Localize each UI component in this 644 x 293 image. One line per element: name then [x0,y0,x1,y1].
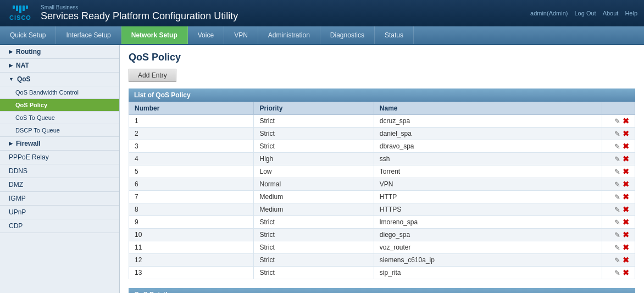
cell-number: 13 [129,267,254,279]
nav-vpn[interactable]: VPN [224,26,258,44]
delete-icon[interactable]: ✖ [623,218,629,226]
table-row: 2Strictdaniel_spa✎✖ [129,128,635,140]
edit-icon[interactable]: ✎ [614,117,620,125]
edit-icon[interactable]: ✎ [614,155,620,163]
table-row: 3Strictdbravo_spa✎✖ [129,140,635,153]
sidebar-item-qos-bandwidth[interactable]: QoS Bandwidth Control [0,86,119,99]
table-row: 6NormalVPN✎✖ [129,178,635,191]
list-section-title: List of QoS Policy [129,89,635,102]
sidebar-item-firewall[interactable]: ▶ Firewall [0,137,119,151]
delete-icon[interactable]: ✖ [623,180,629,189]
cell-priority: Normal [254,178,374,191]
sidebar-item-cdp[interactable]: CDP [0,219,119,233]
sidebar-item-upnp[interactable]: UPnP [0,206,119,219]
sidebar-item-igmp[interactable]: IGMP [0,192,119,206]
edit-icon[interactable]: ✎ [614,142,620,151]
cell-actions: ✎✖ [602,229,635,241]
table-row: 11Strictvoz_router✎✖ [129,241,635,254]
cell-number: 12 [129,254,254,267]
sidebar-item-ddns[interactable]: DDNS [0,164,119,178]
delete-icon[interactable]: ✖ [623,142,629,151]
header: CISCO Small Business Services Ready Plat… [0,0,644,26]
edit-icon[interactable]: ✎ [614,130,620,138]
sidebar-item-dmz[interactable]: DMZ [0,178,119,192]
add-entry-button[interactable]: Add Entry [129,69,176,82]
sidebar-label-qos: QoS [17,75,31,83]
user-label: admin(Admin) [530,10,568,16]
delete-icon[interactable]: ✖ [623,205,629,214]
cell-number: 6 [129,178,254,191]
table-row: 13Strictsip_rita✎✖ [129,267,635,279]
sidebar-label-ddns: DDNS [9,167,27,175]
logout-link[interactable]: Log Out [574,10,596,16]
table-row: 4Highssh✎✖ [129,153,635,165]
edit-icon[interactable]: ✎ [614,256,620,264]
triangle-icon: ▶ [9,63,13,68]
sidebar-label-cdp: CDP [9,222,23,230]
sidebar-label-cos-to-queue: CoS To Queue [15,114,55,121]
cell-name: voz_router [374,241,602,254]
cell-actions: ✎✖ [602,191,635,203]
cell-name: dcruz_spa [374,115,602,128]
col-name: Name [374,102,602,115]
cell-name: ssh [374,153,602,165]
edit-icon[interactable]: ✎ [614,206,620,214]
cell-number: 11 [129,241,254,254]
nav-interface-setup[interactable]: Interface Setup [56,26,121,44]
sidebar-item-nat[interactable]: ▶ NAT [0,59,119,73]
cell-actions: ✎✖ [602,203,635,216]
help-link[interactable]: Help [625,10,637,16]
cell-priority: Strict [254,267,374,279]
edit-icon[interactable]: ✎ [614,180,620,189]
cell-number: 4 [129,153,254,165]
edit-icon[interactable]: ✎ [614,168,620,176]
delete-icon[interactable]: ✖ [623,129,629,138]
nav-status[interactable]: Status [375,26,414,44]
delete-icon[interactable]: ✖ [623,243,629,252]
sidebar-item-pppoe-relay[interactable]: PPPoE Relay [0,151,119,164]
main-layout: ▶ Routing ▶ NAT ▼ QoS QoS Bandwidth Cont… [0,45,644,293]
sidebar-label-qos-policy: QoS Policy [15,102,47,108]
sidebar-item-qos-policy[interactable]: QoS Policy [0,99,119,112]
header-right: admin(Admin) Log Out About Help [530,10,637,16]
table-row: 12Strictsiemens_c610a_ip✎✖ [129,254,635,267]
nav-network-setup[interactable]: Network Setup [121,26,188,44]
edit-icon[interactable]: ✎ [614,269,620,277]
delete-icon[interactable]: ✖ [623,117,629,125]
cell-priority: Strict [254,115,374,128]
sidebar-label-routing: Routing [16,48,41,56]
edit-icon[interactable]: ✎ [614,244,620,252]
nav-voice[interactable]: Voice [188,26,224,44]
sidebar-item-dscp-to-queue[interactable]: DSCP To Queue [0,124,119,137]
nav-administration[interactable]: Administration [258,26,320,44]
delete-icon[interactable]: ✖ [623,154,629,163]
delete-icon[interactable]: ✖ [623,256,629,264]
delete-icon[interactable]: ✖ [623,167,629,176]
delete-icon[interactable]: ✖ [623,230,629,239]
triangle-icon: ▶ [9,49,13,54]
bar4 [23,5,25,11]
cisco-bars-icon [13,5,28,13]
nav-quick-setup[interactable]: Quick Setup [0,26,56,44]
delete-icon[interactable]: ✖ [623,268,629,277]
about-link[interactable]: About [603,10,619,16]
content-area: QoS Policy Add Entry List of QoS Policy … [120,45,644,293]
nav-diagnostics[interactable]: Diagnostics [320,26,375,44]
edit-icon[interactable]: ✎ [614,231,620,239]
sidebar-item-cos-to-queue[interactable]: CoS To Queue [0,112,119,124]
cell-priority: Strict [254,216,374,229]
edit-icon[interactable]: ✎ [614,218,620,226]
sidebar-label-nat: NAT [16,62,29,69]
cell-number: 5 [129,165,254,178]
delete-icon[interactable]: ✖ [623,192,629,201]
cell-actions: ✎✖ [602,216,635,229]
sidebar-item-qos[interactable]: ▼ QoS [0,73,119,86]
nav-bar: Quick Setup Interface Setup Network Setu… [0,26,644,45]
cell-priority: Strict [254,241,374,254]
header-small-text: Small Business [41,4,238,10]
sidebar-item-routing[interactable]: ▶ Routing [0,45,119,59]
cell-priority: Strict [254,128,374,140]
edit-icon[interactable]: ✎ [614,193,620,201]
cell-priority: Strict [254,140,374,153]
sidebar-label-upnp: UPnP [9,208,26,216]
